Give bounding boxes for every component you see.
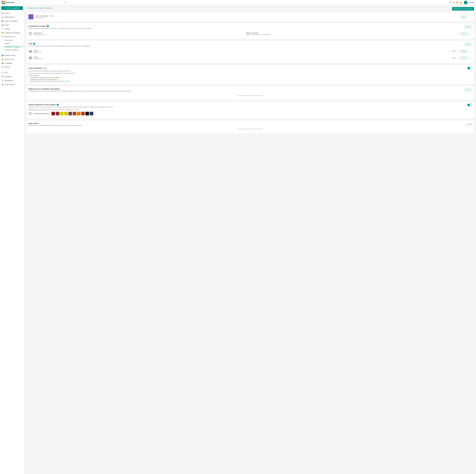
- chevron-right-icon: ›: [22, 80, 22, 81]
- add-location-button[interactable]: Ajouter: [464, 25, 472, 28]
- sidebar-item-paiements[interactable]: 💳 Paiements et facturation ›: [0, 31, 24, 35]
- search-dropdown-icon: ▼: [64, 2, 66, 3]
- packages-title: Colis 2: [28, 43, 90, 45]
- update-permissions-button[interactable]: Mettre à jour les autorisations: [452, 7, 474, 11]
- chevron-right-icon: ›: [22, 72, 22, 73]
- carrier-color-1[interactable]: [51, 112, 55, 115]
- add-package-button[interactable]: Ajouter: [464, 43, 472, 46]
- sidebar-item-ecommerce[interactable]: 🛍 Ecommerce Pro ∨: [0, 35, 24, 39]
- payment-section-toggle[interactable]: [467, 104, 472, 106]
- location-actions: ★ Éditer ⋮: [459, 32, 472, 35]
- auto-rules-empty: Aucun enregistrement n'existe actuelleme…: [28, 93, 472, 98]
- sidebar-item-developpeurs[interactable]: </> Développeurs ›: [0, 79, 24, 82]
- sidebar-item-label: Accueil: [5, 12, 22, 14]
- package-menu-button-2[interactable]: ⋮: [468, 56, 472, 60]
- chevron-right-icon: ›: [22, 24, 22, 26]
- company-button[interactable]: Company: [464, 1, 474, 4]
- payment-title-text: Section paiament de votre boutique: [28, 104, 56, 106]
- logo[interactable]: envia.com: [2, 1, 14, 4]
- add-tariff-button[interactable]: Ajouter: [467, 123, 472, 125]
- recommendation-2: N'oubliez pas d'assigner un colis par dé…: [30, 79, 472, 80]
- bell-icon[interactable]: 🔔: [460, 1, 462, 4]
- package-row-1: 📦 Colis 1 20x30x5 CM Boîte ★ Éditer ⋮: [28, 48, 472, 54]
- location-email: noreply@envia.com: [34, 34, 245, 35]
- package-row-2: 📦 Colis 2 10x10x10 CM Boîte ★ Éditer ⋮: [28, 54, 472, 61]
- sidebar-item-collecte[interactable]: 🛒 Collecte ›: [0, 27, 24, 31]
- search-bar[interactable]: ▼: [16, 1, 66, 4]
- logout-icon: 🔌: [2, 83, 4, 85]
- sidebar-item-creer[interactable]: 📦 Créer une expédition ›: [0, 19, 24, 23]
- chevron-right-icon: ›: [22, 76, 22, 77]
- sidebar-item-deconnexion[interactable]: 🔌 Se déconnecter: [0, 82, 24, 86]
- auto-package-header: Colis automatique Beta: [28, 67, 472, 69]
- package-menu-button-1[interactable]: ⋮: [468, 50, 472, 53]
- subitem-label: Produits: [5, 43, 10, 44]
- carrier-color-6[interactable]: [73, 112, 76, 115]
- search-input[interactable]: [16, 1, 66, 4]
- tariff-header: Règle tarifaire Déterminez le prix d'exp…: [28, 123, 472, 126]
- sidebar-item-parametres-globaux[interactable]: ⚙️ Paramètres ›: [0, 75, 24, 79]
- sidebar-subitem-parametres[interactable]: Paramètres du magasin: [4, 45, 24, 48]
- carrier-color-8[interactable]: [81, 112, 85, 115]
- sidebar-item-experience[interactable]: 👥 Expérience client ›: [0, 53, 24, 57]
- default-star-icon-pkg2[interactable]: ★: [459, 57, 460, 59]
- store-name: Envia - Ecommerce Active: [35, 15, 459, 17]
- cart-icon: 🛒: [2, 28, 4, 30]
- help-icon[interactable]: ❓: [449, 1, 451, 4]
- carrier-color-5[interactable]: [68, 112, 72, 115]
- code-icon: </>: [2, 80, 4, 81]
- recommendation-1: Ajoutez tous les colis disponibles de vo…: [30, 77, 472, 78]
- sidebar-item-label: Ecommerce Pro: [5, 36, 21, 37]
- svg-rect-2: [2, 3, 3, 4]
- edit-location-button[interactable]: Éditer: [461, 32, 467, 35]
- packages-description: Ajoutez les détails de vos colis et choi…: [28, 45, 90, 47]
- default-star-icon-pkg1[interactable]: ★: [459, 50, 460, 53]
- carrier-color-4[interactable]: [64, 112, 68, 115]
- breadcrumb-link[interactable]: < Configurez votre magasin: [26, 7, 44, 9]
- auto-rules-card: Règles pour une expédition automatique A…: [26, 86, 474, 100]
- add-rule-button[interactable]: Ajouter: [464, 88, 472, 91]
- sidebar-item-aide[interactable]: ❓ Aide ›: [0, 71, 24, 75]
- country-name: United States of America: [34, 113, 50, 114]
- store-actions: Éditer ⋮: [460, 15, 472, 18]
- edit-package-button-1[interactable]: Éditer: [461, 50, 467, 53]
- edit-store-button[interactable]: Éditer: [460, 15, 467, 18]
- default-star-icon[interactable]: ★: [459, 33, 460, 35]
- auto-rules-header: Règles pour une expédition automatique A…: [28, 88, 472, 92]
- main-content: < Configurez votre magasin / Ecommerce M…: [24, 5, 476, 474]
- tariff-empty: Aucun enregistrement n'existe actuelleme…: [28, 126, 472, 131]
- sidebar-item-tableau[interactable]: 📊 Tableau de bord: [0, 15, 24, 19]
- carrier-color-9[interactable]: [85, 112, 89, 115]
- edit-package-button-2[interactable]: Éditer: [461, 56, 467, 59]
- auto-package-toggle[interactable]: [467, 67, 472, 69]
- store-logo: [28, 14, 34, 19]
- carrier-color-3[interactable]: [60, 112, 64, 115]
- store-url: www.store.com: [35, 17, 459, 18]
- sidebar-item-emballages[interactable]: 📦 Emballages: [0, 61, 24, 65]
- breadcrumb-separator: /: [44, 7, 45, 9]
- sidebar-item-accueil[interactable]: 🏠 Accueil: [0, 11, 24, 15]
- sidebar-subitem-produits[interactable]: Produits: [5, 42, 24, 45]
- sidebar-subitem-connecter[interactable]: Connecter le magasin: [5, 48, 24, 52]
- package-icon: 📦: [2, 20, 4, 22]
- products-link[interactable]: Aller aux produits: [59, 80, 69, 82]
- carrier-color-7[interactable]: [77, 112, 81, 115]
- home-icon: 🏠: [2, 12, 4, 14]
- sidebar-item-services[interactable]: 🖥 Services ›: [0, 65, 24, 69]
- sidebar-item-pobox[interactable]: 🏠 Envia P.O. Box: [0, 57, 24, 61]
- credit-card-icon[interactable]: 💳: [456, 1, 459, 4]
- carrier-color-10[interactable]: [90, 112, 93, 115]
- services-icon: 🖥: [2, 66, 4, 68]
- sidebar-subitem-commandes[interactable]: Commandes: [5, 39, 24, 42]
- carrier-color-2[interactable]: [56, 112, 59, 115]
- sidebar-item-envois[interactable]: 🚚 Envois ›: [0, 23, 24, 27]
- sidebar-item-label: Expérience client: [5, 54, 21, 56]
- svg-rect-1: [4, 1, 5, 2]
- store-menu-button[interactable]: ⋮: [468, 15, 472, 18]
- auto-rules-description: Automatisez les devis des commandes entr…: [28, 90, 132, 92]
- grid-icon[interactable]: ⊞: [453, 1, 455, 4]
- svg-rect-0: [2, 1, 3, 2]
- location-menu-button[interactable]: ⋮: [468, 32, 472, 35]
- create-expedition-button[interactable]: + Créer une expédition: [1, 6, 23, 10]
- package-size-2: 10x10x10 CM: [34, 58, 451, 59]
